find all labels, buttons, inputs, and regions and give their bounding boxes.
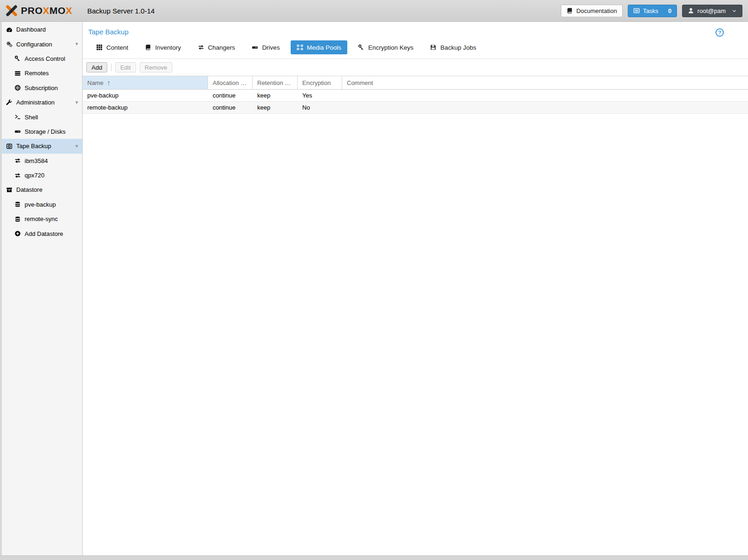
column-label: Comment [347, 79, 373, 86]
documentation-label: Documentation [576, 7, 617, 14]
sidebar-item-label: Add Datastore [25, 230, 63, 237]
tab-label: Content [106, 44, 128, 51]
sidebar-item-datastore[interactable]: Datastore [2, 182, 82, 197]
documentation-button[interactable]: Documentation [561, 5, 622, 17]
hdd-icon [14, 128, 21, 135]
user-icon [688, 7, 694, 14]
archive-box-icon [6, 187, 13, 193]
column-header-retention[interactable]: Retention … [253, 76, 298, 89]
key-icon [14, 55, 21, 62]
tab-inventory[interactable]: Inventory [139, 40, 187, 54]
column-label: Name [87, 79, 104, 86]
tasks-count-badge: 0 [668, 7, 671, 14]
column-header-comment[interactable]: Comment [342, 76, 748, 89]
sidebar-item-subscription[interactable]: Subscription [2, 81, 82, 95]
sidebar-item-administration[interactable]: Administration ▾ [2, 95, 82, 110]
tab-label: Encryption Keys [368, 44, 414, 51]
sidebar-item-storage-disks[interactable]: Storage / Disks [2, 124, 82, 139]
tab-label: Inventory [155, 44, 181, 51]
sidebar-item-qpx720[interactable]: qpx720 [2, 168, 82, 182]
key-icon [358, 44, 364, 51]
tab-encryption-keys[interactable]: Encryption Keys [352, 40, 420, 54]
media-pools-table: Name ↑ Allocation … Retention … Encrypti… [83, 76, 748, 114]
tab-changers[interactable]: Changers [192, 40, 241, 54]
add-button[interactable]: Add [86, 62, 107, 72]
sidebar-item-label: qpx720 [25, 172, 45, 179]
proxmox-logo: PROXMOX [6, 5, 85, 17]
save-floppy-icon [430, 44, 436, 51]
sidebar-item-label: remote-sync [25, 215, 58, 222]
tasks-button[interactable]: Tasks 0 [628, 5, 677, 17]
collapse-chevron-icon[interactable]: ▾ [75, 99, 78, 104]
sidebar-item-remotes[interactable]: Remotes [2, 66, 82, 80]
hdd-icon [252, 44, 258, 51]
sidebar-item-label: Administration [16, 99, 54, 106]
exchange-arrows-icon [14, 172, 21, 179]
sidebar-item-dashboard[interactable]: Dashboard [2, 22, 82, 37]
sidebar-item-add-datastore[interactable]: Add Datastore [2, 226, 82, 241]
column-label: Encryption [302, 79, 331, 86]
sidebar-item-label: ibm3584 [25, 157, 48, 164]
sidebar-item-remote-sync[interactable]: remote-sync [2, 212, 82, 226]
grid-th-icon [96, 44, 103, 51]
server-rows-icon [14, 70, 21, 77]
tab-backup-jobs[interactable]: Backup Jobs [424, 40, 482, 54]
database-icon [14, 201, 21, 208]
cell-encryption: No [298, 104, 342, 111]
database-icon [14, 216, 21, 222]
life-ring-icon [14, 85, 21, 91]
sidebar-item-label: Configuration [16, 41, 52, 48]
gears-icon [6, 41, 13, 47]
tab-label: Media Pools [307, 44, 341, 51]
cell-allocation: continue [208, 92, 253, 99]
collapse-chevron-icon[interactable]: ▾ [75, 41, 78, 46]
toolbar-separator [111, 64, 111, 71]
user-label: root@pam [697, 7, 726, 14]
sidebar-item-shell[interactable]: Shell [2, 110, 82, 124]
remove-button[interactable]: Remove [140, 62, 172, 72]
tab-content[interactable]: Content [90, 40, 134, 54]
navigation-sidebar: Dashboard Configuration ▾ Access Control… [0, 22, 83, 555]
column-header-encryption[interactable]: Encryption [298, 76, 342, 89]
column-header-allocation[interactable]: Allocation … [208, 76, 253, 89]
tab-media-pools[interactable]: Media Pools [291, 40, 347, 54]
column-header-name[interactable]: Name ↑ [83, 76, 208, 89]
sort-ascending-icon: ↑ [107, 78, 111, 87]
help-icon[interactable]: ? [715, 28, 724, 37]
sidebar-item-label: Datastore [16, 186, 42, 193]
sidebar-item-configuration[interactable]: Configuration ▾ [2, 37, 82, 51]
wrench-icon [6, 99, 13, 106]
book-icon [145, 44, 151, 51]
top-header-bar: PROXMOX Backup Server 1.0-14 Documentati… [0, 0, 748, 22]
media-pools-toolbar: Add Edit Remove [83, 59, 748, 76]
sidebar-item-access-control[interactable]: Access Control [2, 52, 82, 66]
user-menu-button[interactable]: root@pam [682, 5, 742, 17]
task-list-icon [633, 7, 640, 14]
tachometer-icon [6, 26, 13, 33]
page-title: Tape Backup [88, 28, 129, 36]
cell-retention: keep [253, 92, 298, 99]
table-row-pve-backup[interactable]: pve-backup continue keep Yes [83, 90, 748, 102]
panel-header: Tape Backup ? [83, 22, 748, 37]
collapse-chevron-icon[interactable]: ▾ [75, 143, 78, 148]
sidebar-item-pve-backup[interactable]: pve-backup [2, 197, 82, 212]
column-label: Allocation … [213, 79, 247, 86]
tab-drives[interactable]: Drives [246, 40, 286, 54]
sidebar-item-label: pve-backup [25, 201, 56, 208]
sidebar-item-label: Remotes [25, 70, 49, 77]
column-label: Retention … [257, 79, 291, 86]
cell-name: remote-backup [83, 104, 208, 111]
tab-label: Backup Jobs [440, 44, 476, 51]
cell-allocation: continue [208, 104, 253, 111]
table-row-remote-backup[interactable]: remote-backup continue keep No [83, 102, 748, 114]
app-title: Backup Server 1.0-14 [87, 7, 155, 15]
sidebar-item-label: Tape Backup [16, 143, 51, 150]
tab-label: Drives [262, 44, 280, 51]
cell-name: pve-backup [83, 92, 208, 99]
edit-button[interactable]: Edit [115, 62, 136, 72]
sidebar-item-tape-backup[interactable]: Tape Backup ▾ [2, 139, 82, 153]
sidebar-item-label: Subscription [25, 85, 58, 91]
sidebar-item-ibm3584[interactable]: ibm3584 [2, 154, 82, 168]
cell-retention: keep [253, 104, 298, 111]
proxmox-logo-text: PROXMOX [21, 5, 72, 16]
